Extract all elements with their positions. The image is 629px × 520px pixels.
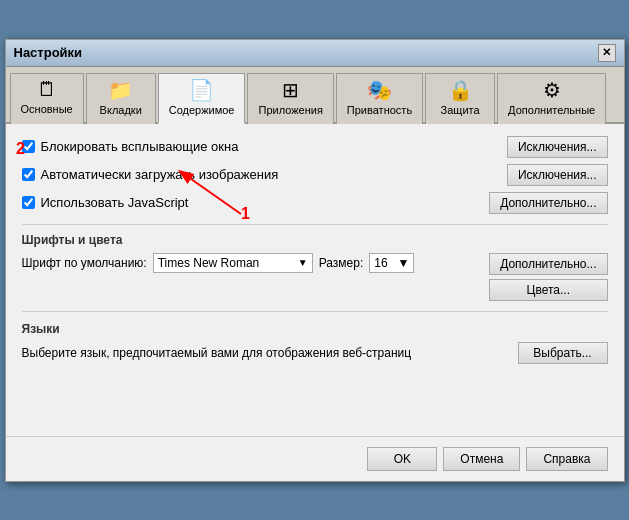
- tab-bar: 🗒 Основные 📁 Вкладки 📄 Содержимое ⊞ Прил…: [6, 67, 624, 124]
- ok-button[interactable]: OK: [367, 447, 437, 471]
- fonts-section: Шрифты и цвета Шрифт по умолчанию: Times…: [22, 233, 608, 301]
- tab-soderzhimoe[interactable]: 📄 Содержимое: [158, 73, 246, 124]
- cancel-button[interactable]: Отмена: [443, 447, 520, 471]
- privatnost-icon: 🎭: [367, 78, 392, 102]
- tab-dopolnitelnye[interactable]: ⚙ Дополнительные: [497, 73, 606, 124]
- osnovnye-icon: 🗒: [37, 78, 57, 101]
- tab-osnovnye[interactable]: 🗒 Основные: [10, 73, 84, 124]
- tab-vkladki[interactable]: 📁 Вкладки: [86, 73, 156, 124]
- tab-zashchita[interactable]: 🔒 Защита: [425, 73, 495, 124]
- use-js-checkbox[interactable]: [22, 196, 35, 209]
- fonts-controls: Шрифт по умолчанию: Times New Roman ▼ Ра…: [22, 253, 484, 273]
- tab-osnovnye-label: Основные: [21, 103, 73, 115]
- size-label: Размер:: [319, 256, 364, 270]
- fonts-btn-col: Дополнительно... Цвета...: [489, 253, 607, 301]
- bottom-button-bar: OK Отмена Справка: [6, 436, 624, 481]
- divider-2: [22, 311, 608, 312]
- popup-block-row: Блокировать всплывающие окна Исключения.…: [22, 136, 608, 158]
- soderzhimoe-icon: 📄: [189, 78, 214, 102]
- spacer: [22, 364, 608, 424]
- load-images-label: Автоматически загружать изображения: [41, 167, 279, 182]
- load-images-exceptions-btn[interactable]: Исключения...: [507, 164, 608, 186]
- use-js-label: Использовать JavaScript: [41, 195, 189, 210]
- font-dropdown-arrow-icon: ▼: [298, 257, 308, 268]
- window-title: Настройки: [14, 45, 83, 60]
- colors-btn[interactable]: Цвета...: [489, 279, 607, 301]
- popup-block-check-group: Блокировать всплывающие окна: [22, 139, 507, 154]
- tab-privatnost-label: Приватность: [347, 104, 412, 116]
- block-popups-checkbox[interactable]: [22, 140, 35, 153]
- block-popups-exceptions-btn[interactable]: Исключения...: [507, 136, 608, 158]
- dopolnitelnye-icon: ⚙: [543, 78, 561, 102]
- content-panel: 1 2 Блокировать всплывающие окна Исключе…: [6, 124, 624, 436]
- font-default-label: Шрифт по умолчанию:: [22, 256, 147, 270]
- use-js-advanced-btn[interactable]: Дополнительно...: [489, 192, 607, 214]
- size-select-value: 16: [374, 256, 387, 270]
- languages-description: Выберите язык, предпочитаемый вами для о…: [22, 346, 518, 360]
- settings-window: Настройки ✕ 🗒 Основные 📁 Вкладки 📄 Содер…: [5, 39, 625, 482]
- languages-section-title: Языки: [22, 322, 608, 336]
- tab-zashchita-label: Защита: [441, 104, 480, 116]
- use-js-check-group: Использовать JavaScript: [22, 195, 490, 210]
- tab-prilozheniya-label: Приложения: [258, 104, 322, 116]
- zashchita-icon: 🔒: [448, 78, 473, 102]
- tab-dopolnitelnye-label: Дополнительные: [508, 104, 595, 116]
- prilozheniya-icon: ⊞: [282, 78, 299, 102]
- block-popups-label: Блокировать всплывающие окна: [41, 139, 239, 154]
- size-select-dropdown[interactable]: 16 ▼: [369, 253, 414, 273]
- fonts-section-title: Шрифты и цвета: [22, 233, 608, 247]
- font-select-dropdown[interactable]: Times New Roman ▼: [153, 253, 313, 273]
- tab-vkladki-label: Вкладки: [100, 104, 142, 116]
- size-dropdown-arrow-icon: ▼: [397, 256, 409, 270]
- use-js-row: Использовать JavaScript Дополнительно...: [22, 192, 608, 214]
- title-bar: Настройки ✕: [6, 40, 624, 67]
- choose-language-btn[interactable]: Выбрать...: [518, 342, 608, 364]
- vkladki-icon: 📁: [108, 78, 133, 102]
- languages-row: Выберите язык, предпочитаемый вами для о…: [22, 342, 608, 364]
- fonts-advanced-btn[interactable]: Дополнительно...: [489, 253, 607, 275]
- font-select-value: Times New Roman: [158, 256, 260, 270]
- languages-section: Языки Выберите язык, предпочитаемый вами…: [22, 322, 608, 364]
- close-button[interactable]: ✕: [598, 44, 616, 62]
- load-images-row: Автоматически загружать изображения Искл…: [22, 164, 608, 186]
- tab-privatnost[interactable]: 🎭 Приватность: [336, 73, 423, 124]
- tab-soderzhimoe-label: Содержимое: [169, 104, 235, 116]
- fonts-row-container: Шрифт по умолчанию: Times New Roman ▼ Ра…: [22, 253, 608, 301]
- load-images-check-group: Автоматически загружать изображения: [22, 167, 507, 182]
- divider-1: [22, 224, 608, 225]
- tab-prilozheniya[interactable]: ⊞ Приложения: [247, 73, 333, 124]
- help-button[interactable]: Справка: [526, 447, 607, 471]
- load-images-checkbox[interactable]: [22, 168, 35, 181]
